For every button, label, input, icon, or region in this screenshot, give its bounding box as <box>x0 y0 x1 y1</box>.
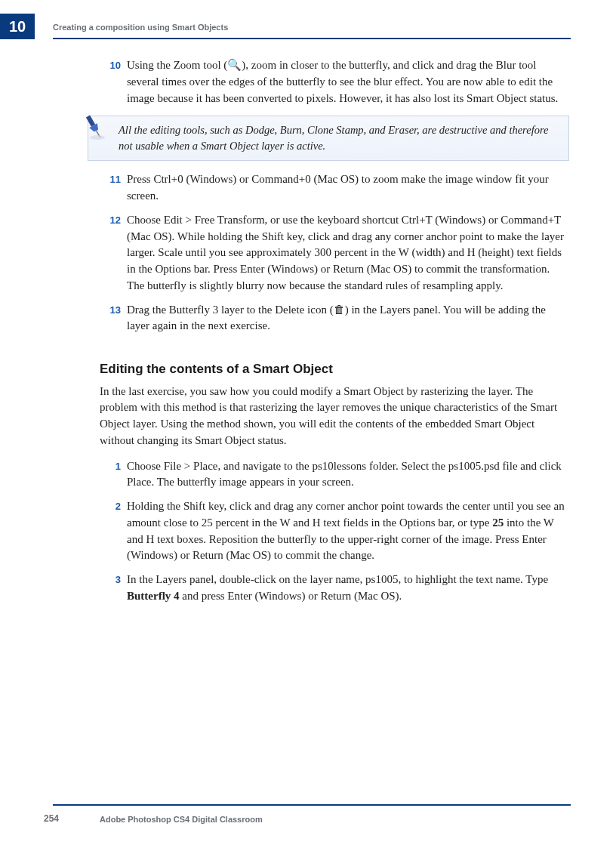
page-number: 254 <box>44 813 59 824</box>
step-text: Choose File > Place, and navigate to the… <box>127 458 569 492</box>
note-text: All the editing tools, such as Dodge, Bu… <box>119 124 548 152</box>
step-text: Choose Edit > Free Transform, or use the… <box>127 212 569 294</box>
step-item: 12 Choose Edit > Free Transform, or use … <box>100 212 569 294</box>
page-content: 10 Using the Zoom tool (🔍), zoom in clos… <box>100 57 569 612</box>
svg-rect-0 <box>86 116 95 127</box>
step-item: 11 Press Ctrl+0 (Windows) or Command+0 (… <box>100 171 569 205</box>
footer-rule <box>53 804 571 806</box>
chapter-number-tab: 10 <box>0 14 35 39</box>
svg-point-3 <box>90 135 105 140</box>
step-number: 10 <box>100 57 127 106</box>
step-number: 3 <box>100 572 127 605</box>
step-text: Drag the Butterfly 3 layer to the Delete… <box>127 302 569 335</box>
header-rule <box>53 38 571 39</box>
step-item: 10 Using the Zoom tool (🔍), zoom in clos… <box>100 57 569 106</box>
step-text: In the Layers panel, double-click on the… <box>127 572 569 605</box>
step-item: 1 Choose File > Place, and navigate to t… <box>100 458 569 492</box>
step-number: 12 <box>100 212 127 294</box>
section-intro: In the last exercise, you saw how you co… <box>100 384 569 449</box>
step-text: Press Ctrl+0 (Windows) or Command+0 (Mac… <box>127 171 569 205</box>
section-heading: Editing the contents of a Smart Object <box>100 360 569 379</box>
note-box: All the editing tools, such as Dodge, Bu… <box>88 116 569 161</box>
step-item: 3 In the Layers panel, double-click on t… <box>100 572 569 605</box>
step-text: Using the Zoom tool (🔍), zoom in closer … <box>127 57 569 106</box>
book-title: Adobe Photoshop CS4 Digital Classroom <box>100 815 263 824</box>
step-item: 2 Holding the Shift key, click and drag … <box>100 498 569 564</box>
step-number: 13 <box>100 302 127 335</box>
step-number: 2 <box>100 498 127 564</box>
step-text: Holding the Shift key, click and drag an… <box>127 498 569 564</box>
step-item: 13 Drag the Butterfly 3 layer to the Del… <box>100 302 569 335</box>
step-number: 1 <box>100 458 127 492</box>
running-head: Creating a composition using Smart Objec… <box>53 23 228 32</box>
step-number: 11 <box>100 171 127 205</box>
pushpin-icon <box>78 110 109 142</box>
